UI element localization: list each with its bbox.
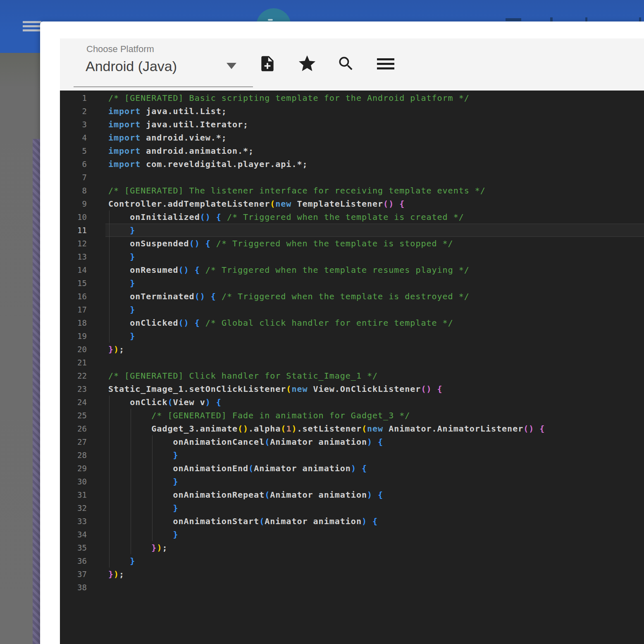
line-number: 22 bbox=[60, 369, 87, 382]
code-line[interactable]: 32 } bbox=[60, 501, 644, 515]
code-line[interactable]: 12 onSuspended() { /* Triggered when the… bbox=[60, 237, 644, 250]
code-line-text: } bbox=[108, 329, 135, 343]
code-line-text: onClicked() { /* Global click handler fo… bbox=[108, 316, 453, 329]
code-line-text: } bbox=[108, 250, 135, 263]
line-number: 31 bbox=[60, 488, 87, 501]
code-line-text: } bbox=[108, 554, 135, 568]
code-line[interactable]: 15 } bbox=[60, 277, 644, 290]
code-line[interactable]: 17 } bbox=[60, 303, 644, 316]
favorite-star-icon bbox=[297, 54, 317, 74]
code-line-text: Gadget_3.animate().alpha(1).setListener(… bbox=[108, 422, 545, 435]
code-line[interactable]: 35 }); bbox=[60, 541, 644, 554]
code-line[interactable]: 13 } bbox=[60, 250, 644, 263]
obscured-header-text bbox=[506, 18, 521, 21]
hamburger-bar bbox=[23, 21, 41, 23]
editor-menu-button[interactable] bbox=[376, 54, 396, 74]
code-line[interactable]: 20}); bbox=[60, 343, 644, 356]
code-line-text: Controller.addTemplateListener(new Templ… bbox=[108, 197, 405, 210]
line-number: 34 bbox=[60, 528, 87, 541]
code-line-text: } bbox=[108, 224, 135, 237]
code-line[interactable]: 26 Gadget_3.animate().alpha(1).setListen… bbox=[60, 422, 644, 435]
code-line[interactable]: 21 bbox=[60, 356, 644, 369]
hamburger-bar bbox=[23, 25, 41, 27]
code-line[interactable]: 24 onClick(View v) { bbox=[60, 396, 644, 409]
code-line[interactable]: 16 onTerminated() { /* Triggered when th… bbox=[60, 290, 644, 303]
line-number: 9 bbox=[60, 197, 87, 210]
code-line-text: import java.util.Iterator; bbox=[108, 118, 248, 131]
line-number: 26 bbox=[60, 422, 87, 435]
new-file-button[interactable] bbox=[258, 54, 277, 74]
code-line[interactable]: 25 /* [GENERATED] Fade in animation for … bbox=[60, 409, 644, 422]
line-number: 4 bbox=[60, 131, 87, 144]
code-line-text: import android.view.*; bbox=[108, 131, 227, 144]
code-line[interactable]: 7 bbox=[60, 171, 644, 184]
code-line[interactable]: 1/* [GENERATED] Basic scripting template… bbox=[60, 91, 644, 105]
platform-select[interactable]: Android (Java) bbox=[86, 58, 177, 74]
line-number: 29 bbox=[60, 462, 87, 475]
code-line[interactable]: 2import java.util.List; bbox=[60, 105, 644, 118]
line-number: 25 bbox=[60, 409, 87, 422]
code-line[interactable]: 3import java.util.Iterator; bbox=[60, 118, 644, 131]
code-line[interactable]: 27 onAnimationCancel(Animator animation)… bbox=[60, 435, 644, 448]
line-number: 12 bbox=[60, 237, 87, 250]
favorite-button[interactable] bbox=[297, 54, 317, 74]
code-line[interactable]: 5import android.animation.*; bbox=[60, 144, 644, 157]
code-line[interactable]: 28 } bbox=[60, 448, 644, 462]
code-line[interactable]: 14 onResumed() { /* Triggered when the t… bbox=[60, 263, 644, 277]
code-line[interactable]: 23Static_Image_1.setOnClickListener(new … bbox=[60, 382, 644, 396]
code-line-text: onAnimationStart(Animator animation) { bbox=[108, 515, 378, 528]
line-number: 13 bbox=[60, 250, 87, 263]
code-line[interactable]: 30 } bbox=[60, 475, 644, 488]
code-line-text: /* [GENERATED] Basic scripting template … bbox=[108, 91, 470, 105]
code-editor[interactable]: 1/* [GENERATED] Basic scripting template… bbox=[60, 91, 644, 644]
code-line[interactable]: 34 } bbox=[60, 528, 644, 541]
line-number: 7 bbox=[60, 171, 87, 184]
platform-select-underline bbox=[74, 86, 253, 87]
chevron-down-icon[interactable] bbox=[227, 63, 236, 69]
code-line[interactable]: 10 onInitialized() { /* Triggered when t… bbox=[60, 210, 644, 224]
editor-toolbar: Choose Platform Android (Java) bbox=[60, 38, 644, 91]
code-line-text: onClick(View v) { bbox=[108, 396, 222, 409]
search-button[interactable] bbox=[336, 54, 356, 74]
line-number: 8 bbox=[60, 184, 87, 197]
code-line[interactable]: 11 } bbox=[60, 224, 644, 237]
code-line-text: } bbox=[108, 448, 179, 462]
code-line[interactable]: 18 onClicked() { /* Global click handler… bbox=[60, 316, 644, 329]
code-line[interactable]: 22/* [GENERATED] Click handler for Stati… bbox=[60, 369, 644, 382]
line-number: 36 bbox=[60, 554, 87, 568]
code-line[interactable]: 8/* [GENERATED] The listener interface f… bbox=[60, 184, 644, 197]
code-line[interactable]: 9Controller.addTemplateListener(new Temp… bbox=[60, 197, 644, 210]
code-line-text: } bbox=[108, 475, 179, 488]
code-line[interactable]: 19 } bbox=[60, 329, 644, 343]
line-number: 24 bbox=[60, 396, 87, 409]
code-line-text: onTerminated() { /* Triggered when the t… bbox=[108, 290, 470, 303]
fab-glyph bbox=[268, 19, 273, 21]
code-line-text: Static_Image_1.setOnClickListener(new Vi… bbox=[108, 382, 443, 396]
hamburger-bar bbox=[23, 29, 41, 31]
code-line[interactable]: 38 bbox=[60, 581, 644, 594]
code-line-text: } bbox=[108, 303, 135, 316]
code-line-text: }); bbox=[108, 568, 124, 581]
line-number: 33 bbox=[60, 515, 87, 528]
line-number: 3 bbox=[60, 118, 87, 131]
code-line-text: onSuspended() { /* Triggered when the te… bbox=[108, 237, 453, 250]
code-line[interactable]: 37}); bbox=[60, 568, 644, 581]
line-number: 1 bbox=[60, 91, 87, 105]
code-line[interactable]: 6import com.reveldigital.player.api.*; bbox=[60, 157, 644, 171]
code-line[interactable]: 36 } bbox=[60, 554, 644, 568]
code-line[interactable]: 29 onAnimationEnd(Animator animation) { bbox=[60, 462, 644, 475]
code-line[interactable]: 33 onAnimationStart(Animator animation) … bbox=[60, 515, 644, 528]
code-line-text: /* [GENERATED] The listener interface fo… bbox=[108, 184, 486, 197]
code-line-text: } bbox=[108, 501, 179, 515]
code-line[interactable]: 31 onAnimationRepeat(Animator animation)… bbox=[60, 488, 644, 501]
line-number: 28 bbox=[60, 448, 87, 462]
code-area[interactable]: 1/* [GENERATED] Basic scripting template… bbox=[60, 91, 644, 594]
line-number: 20 bbox=[60, 343, 87, 356]
line-number: 32 bbox=[60, 501, 87, 515]
line-number: 27 bbox=[60, 435, 87, 448]
code-line[interactable]: 4import android.view.*; bbox=[60, 131, 644, 144]
search-icon bbox=[337, 55, 355, 73]
app-menu-icon[interactable] bbox=[23, 21, 41, 33]
code-line-text: onAnimationRepeat(Animator animation) { bbox=[108, 488, 383, 501]
line-number: 30 bbox=[60, 475, 87, 488]
